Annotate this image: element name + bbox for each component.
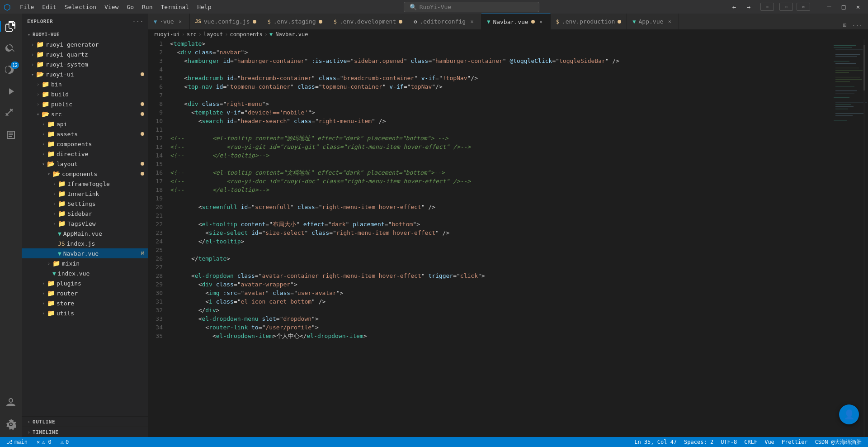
sidebar-item-appmain[interactable]: › ▼ AppMain.vue — [22, 228, 148, 238]
sidebar-item-indexjs[interactable]: › JS index.js — [22, 238, 148, 248]
sidebar-item-ruoyi-quartz[interactable]: › 📁 ruoyi-quartz — [22, 49, 148, 59]
menu-go[interactable]: Go — [123, 3, 137, 11]
statusbar-language[interactable]: Vue — [762, 439, 777, 445]
statusbar-cursor[interactable]: Ln 35, Col 47 — [632, 439, 679, 445]
tab-navbar[interactable]: ▼ Navbar.vue ✕ — [481, 14, 551, 29]
sidebar-item-ruoyi-vue[interactable]: ▾ RUOYI-VUE — [22, 29, 148, 39]
tab-app-vue[interactable]: ▼ App.vue ✕ — [627, 14, 679, 29]
menu-view[interactable]: View — [101, 3, 122, 11]
layout-btn2[interactable]: ⊟ — [779, 3, 793, 11]
chevron-down-icon: ▾ — [40, 162, 47, 166]
breadcrumb-ruoyi-ui[interactable]: ruoyi-ui — [154, 31, 180, 38]
breadcrumb-src[interactable]: src — [187, 31, 197, 38]
chevron-right-icon: › — [45, 261, 52, 266]
sidebar-item-iframetoggle[interactable]: › 📁 IframeToggle — [22, 179, 148, 189]
layout-btn[interactable]: ⊞ — [760, 3, 774, 11]
menu-terminal[interactable]: Terminal — [157, 3, 193, 11]
folder-label: assets — [57, 131, 78, 138]
code-line-5: 5 <breadcrumb id="breadcrumb-container" … — [148, 74, 832, 82]
activity-settings[interactable] — [0, 414, 22, 435]
float-button[interactable]: 👤 — [839, 404, 859, 424]
statusbar-branch[interactable]: ⎇ main — [4, 439, 30, 445]
sidebar-item-sidebar[interactable]: › 📁 Sidebar — [22, 209, 148, 219]
sidebar-item-directive[interactable]: › 📁 directive — [22, 149, 148, 159]
sidebar-item-api[interactable]: › 📁 api — [22, 119, 148, 129]
sidebar-item-tagsview[interactable]: › 📁 TagsView — [22, 219, 148, 228]
tab-close-btn[interactable]: ✕ — [177, 18, 184, 25]
activity-run[interactable] — [0, 81, 22, 102]
sidebar-item-layout-components[interactable]: ▾ 📂 components — [22, 169, 148, 179]
minimize-btn[interactable]: ─ — [823, 2, 835, 12]
nav-forward-btn[interactable]: → — [742, 2, 755, 12]
sidebar-item-indexvue[interactable]: › ▼ index.vue — [22, 268, 148, 278]
code-editor[interactable]: 1 <template> 2 <div class="navbar"> 3 <h… — [148, 39, 832, 437]
menu-run[interactable]: Run — [138, 3, 156, 11]
tab-close-btn[interactable]: ✕ — [538, 18, 545, 25]
activity-search[interactable] — [0, 37, 22, 59]
activity-account[interactable] — [0, 392, 22, 414]
statusbar-eol[interactable]: CRLF — [741, 439, 760, 445]
chevron-right-icon: › — [51, 221, 58, 226]
maximize-btn[interactable]: □ — [837, 2, 850, 12]
search-icon: 🔍 — [410, 4, 417, 10]
breadcrumb: ruoyi-ui › src › layout › components › ▼… — [148, 29, 868, 39]
sidebar-item-ruoyi-generator[interactable]: › 📁 ruoyi-generator — [22, 39, 148, 49]
statusbar-warnings[interactable]: ⚠ 0 — [58, 439, 71, 445]
outline-header[interactable]: › OUTLINE — [22, 417, 148, 427]
sidebar-item-navbar[interactable]: › ▼ Navbar.vue M — [22, 248, 148, 258]
breadcrumb-navbar[interactable]: Navbar.vue — [275, 31, 308, 38]
sidebar-item-plugins[interactable]: › 📁 plugins — [22, 278, 148, 288]
statusbar-formatter[interactable]: Prettier — [779, 439, 811, 445]
menu-help[interactable]: Help — [193, 3, 215, 11]
menu-selection[interactable]: Selection — [61, 3, 100, 11]
sidebar-item-mixin[interactable]: › 📁 mixin — [22, 258, 148, 268]
breadcrumb-layout[interactable]: layout — [203, 31, 223, 38]
sidebar-item-ruoyi-ui[interactable]: ▾ 📂 ruoyi-ui — [22, 69, 148, 79]
folder-open-icon: 📂 — [52, 170, 60, 177]
close-btn[interactable]: ✕ — [852, 2, 864, 12]
menu-edit[interactable]: Edit — [38, 3, 60, 11]
sidebar-item-ruoyi-system[interactable]: › 📁 ruoyi-system — [22, 59, 148, 69]
statusbar-encoding[interactable]: UTF-8 — [718, 439, 740, 445]
tab-env-development[interactable]: $ .env.development — [328, 14, 408, 29]
tab-vue-config[interactable]: JS vue.config.js — [190, 14, 262, 29]
sidebar-item-bin[interactable]: › 📁 bin — [22, 79, 148, 89]
tab-vue[interactable]: ▼ ·vue ✕ — [148, 14, 190, 29]
sidebar-item-layout[interactable]: ▾ 📂 layout — [22, 159, 148, 169]
svg-rect-4 — [835, 54, 860, 55]
sidebar-more-btn[interactable]: ··· — [133, 17, 142, 26]
tab-close-btn[interactable]: ✕ — [468, 18, 476, 25]
sidebar-content[interactable]: ▾ RUOYI-VUE › 📁 ruoyi-generator › 📁 ruoy… — [22, 29, 148, 416]
menu-file[interactable]: File — [16, 3, 38, 11]
tab-env-production[interactable]: $ .env.production — [551, 14, 627, 29]
sidebar-item-settings[interactable]: › 📁 Settings — [22, 199, 148, 209]
statusbar-spaces[interactable]: Spaces: 2 — [681, 439, 716, 445]
sidebar-item-router[interactable]: › 📁 router — [22, 288, 148, 298]
breadcrumb-components[interactable]: components — [230, 31, 263, 38]
more-tabs-btn[interactable]: ··· — [850, 21, 864, 29]
modified-badge — [141, 72, 144, 76]
title-search-box[interactable]: 🔍 RuoYi-Vue — [404, 2, 539, 12]
layout-btn3[interactable]: ⊠ — [797, 3, 810, 11]
sidebar-item-utils[interactable]: › 📁 utils — [22, 308, 148, 318]
line-number: 5 — [148, 75, 167, 81]
nav-back-btn[interactable]: ← — [728, 2, 741, 12]
timeline-section: › TIMELINE — [22, 427, 148, 437]
activity-source-control[interactable]: 12 — [0, 59, 22, 81]
tab-env-staging[interactable]: $ .env.staging — [262, 14, 328, 29]
sidebar-item-store[interactable]: › 📁 store — [22, 298, 148, 308]
activity-notebook[interactable] — [0, 124, 22, 146]
sidebar-item-public[interactable]: › 📁 public — [22, 99, 148, 109]
tab-editorconfig[interactable]: ⚙ .editorconfig ✕ — [408, 14, 481, 29]
tab-close-btn[interactable]: ✕ — [666, 18, 673, 25]
sidebar-item-assets[interactable]: › 📁 assets — [22, 129, 148, 139]
sidebar-item-innerlink[interactable]: › 📁 InnerLink — [22, 189, 148, 199]
activity-explorer[interactable] — [0, 15, 22, 37]
sidebar-item-src[interactable]: ▾ 📂 src — [22, 109, 148, 119]
sidebar-item-components[interactable]: › 📁 components — [22, 139, 148, 149]
activity-extensions[interactable] — [0, 102, 22, 124]
timeline-header[interactable]: › TIMELINE — [22, 427, 148, 437]
sidebar-item-build[interactable]: › 📁 build — [22, 89, 148, 99]
split-editor-btn[interactable]: ⊞ — [841, 21, 849, 29]
statusbar-errors[interactable]: ✕ ⚠ 0 — [34, 439, 54, 445]
